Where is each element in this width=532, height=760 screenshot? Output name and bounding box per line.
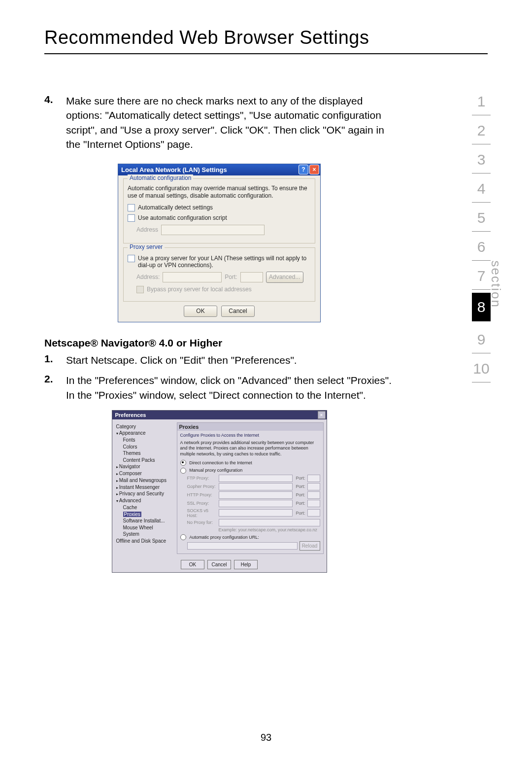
reload-button[interactable]: Reload <box>299 541 320 551</box>
ftp-port[interactable] <box>307 475 320 482</box>
noproxy-example: Example: your.netscape.com, your.netscap… <box>219 527 320 533</box>
http-port-label: Port: <box>295 492 305 497</box>
proxy-addr-field[interactable] <box>163 272 222 282</box>
pref-panel-desc: A network proxy provides additional secu… <box>180 440 320 457</box>
tree-category-label: Category <box>116 423 173 430</box>
tree-system[interactable]: System <box>123 531 173 538</box>
noproxy-label: No Proxy for: <box>187 520 217 525</box>
tree-offline[interactable]: Offline and Disk Space <box>116 538 173 545</box>
page-title: Recommended Web Browser Settings <box>44 27 488 48</box>
ftp-port-label: Port: <box>295 476 305 481</box>
tree-mail[interactable]: Mail and Newsgroups <box>116 477 173 484</box>
tree-software[interactable]: Software Installat... <box>123 518 173 524</box>
netscape-heading: Netscape® Navigator® 4.0 or Higher <box>44 337 394 349</box>
pref-category-tree[interactable]: Category Appearance Fonts Colors Themes … <box>115 422 174 554</box>
pref-panel: Proxies Configure Proxies to Access the … <box>177 422 324 554</box>
pref-cancel-button[interactable]: Cancel <box>207 560 231 569</box>
proxy-port-label: Port: <box>225 274 237 280</box>
gopher-port[interactable] <box>307 483 320 490</box>
gopher-field[interactable] <box>219 483 293 490</box>
radio-manual[interactable] <box>180 468 186 474</box>
auto-script-checkbox[interactable] <box>128 214 135 222</box>
close-icon[interactable]: × <box>309 165 319 174</box>
ok-button[interactable]: OK <box>184 306 217 317</box>
tree-mouse[interactable]: Mouse Wheel <box>123 524 173 531</box>
use-proxy-checkbox[interactable] <box>128 255 135 262</box>
gopher-label: Gopher Proxy: <box>187 484 217 489</box>
auto-detect-checkbox[interactable] <box>128 204 135 211</box>
autourl-field[interactable] <box>187 542 298 550</box>
section-7[interactable]: 7 <box>472 261 491 290</box>
radio-direct[interactable] <box>180 460 186 466</box>
tree-appearance[interactable]: Appearance <box>116 430 173 437</box>
socks-field[interactable] <box>219 509 293 517</box>
pref-panel-sub: Configure Proxies to Access the Internet <box>180 433 320 438</box>
ftp-field[interactable] <box>219 475 293 482</box>
pref-titlebar: Preferences × <box>112 411 327 419</box>
row-ssl: SSL Proxy: Port: <box>187 500 320 507</box>
step-4: 4. Make sure there are no check marks ne… <box>44 94 394 152</box>
http-label: HTTP Proxy: <box>187 492 217 497</box>
tree-themes[interactable]: Themes <box>123 450 173 457</box>
netscape-step-1-number: 1. <box>44 353 66 367</box>
radio-manual-label: Manual proxy configuration <box>189 468 242 473</box>
row-http: HTTP Proxy: Port: <box>187 491 320 499</box>
tree-composer[interactable]: Composer <box>116 470 173 477</box>
lan-titlebar: Local Area Network (LAN) Settings ? × <box>118 164 320 175</box>
tree-proxies[interactable]: Proxies <box>123 512 141 517</box>
lan-title: Local Area Network (LAN) Settings <box>121 166 227 173</box>
preferences-dialog: Preferences × Category Appearance Fonts … <box>112 410 327 573</box>
tree-im[interactable]: Instant Messenger <box>116 484 173 491</box>
tree-fonts[interactable]: Fonts <box>123 437 173 444</box>
advanced-button[interactable]: Advanced... <box>266 272 303 283</box>
row-gopher: Gopher Proxy: Port: <box>187 483 320 490</box>
tree-colors[interactable]: Colors <box>123 444 173 450</box>
proxy-addr-label: Address: <box>136 274 160 280</box>
http-port[interactable] <box>307 491 320 499</box>
section-4[interactable]: 4 <box>472 173 491 203</box>
section-9[interactable]: 9 <box>472 324 491 353</box>
tree-advanced[interactable]: Advanced <box>116 497 173 504</box>
socks-port[interactable] <box>307 509 320 517</box>
proxy-legend: Proxy server <box>128 243 165 250</box>
tree-content-packs[interactable]: Content Packs <box>123 457 173 464</box>
radio-direct-label: Direct connection to the Internet <box>189 460 252 465</box>
pref-close-icon[interactable]: × <box>318 411 326 419</box>
auto-config-legend: Automatic configuration <box>128 174 193 181</box>
step-4-number: 4. <box>44 94 66 152</box>
bypass-label: Bypass proxy server for local addresses <box>147 286 252 293</box>
step-4-text: Make sure there are no check marks next … <box>66 94 394 152</box>
section-8[interactable]: 8 <box>472 293 491 321</box>
row-socks: SOCKS v5 Host: Port: <box>187 508 320 518</box>
script-addr-field[interactable] <box>161 225 265 235</box>
section-5[interactable]: 5 <box>472 203 491 232</box>
pref-ok-button[interactable]: OK <box>181 560 204 569</box>
pref-title: Preferences <box>115 412 146 418</box>
section-6[interactable]: 6 <box>472 232 491 261</box>
section-3[interactable]: 3 <box>472 144 491 173</box>
cancel-button[interactable]: Cancel <box>221 306 255 317</box>
tree-navigator[interactable]: Navigator <box>116 463 173 470</box>
proxy-port-field[interactable] <box>240 272 263 282</box>
proxy-group: Proxy server Use a proxy server for your… <box>123 247 315 302</box>
bypass-checkbox <box>136 286 144 293</box>
http-field[interactable] <box>219 491 293 499</box>
row-ftp: FTP Proxy: Port: <box>187 475 320 482</box>
auto-config-desc: Automatic configuration may override man… <box>128 185 311 200</box>
section-2[interactable]: 2 <box>472 115 491 144</box>
help-icon[interactable]: ? <box>299 165 308 174</box>
ssl-field[interactable] <box>219 500 293 507</box>
pref-help-button[interactable]: Help <box>234 560 258 569</box>
use-proxy-label: Use a proxy server for your LAN (These s… <box>138 255 311 269</box>
tree-privacy[interactable]: Privacy and Security <box>116 490 173 497</box>
ssl-label: SSL Proxy: <box>187 501 217 506</box>
noproxy-field[interactable] <box>219 519 320 526</box>
socks-label: SOCKS v5 Host: <box>187 508 217 518</box>
radio-autourl[interactable] <box>180 534 186 540</box>
ssl-port[interactable] <box>307 500 320 507</box>
section-1[interactable]: 1 <box>472 86 491 115</box>
tree-cache[interactable]: Cache <box>123 504 173 511</box>
section-10[interactable]: 10 <box>472 353 491 382</box>
socks-port-label: Port: <box>295 511 305 516</box>
gopher-port-label: Port: <box>295 484 305 489</box>
